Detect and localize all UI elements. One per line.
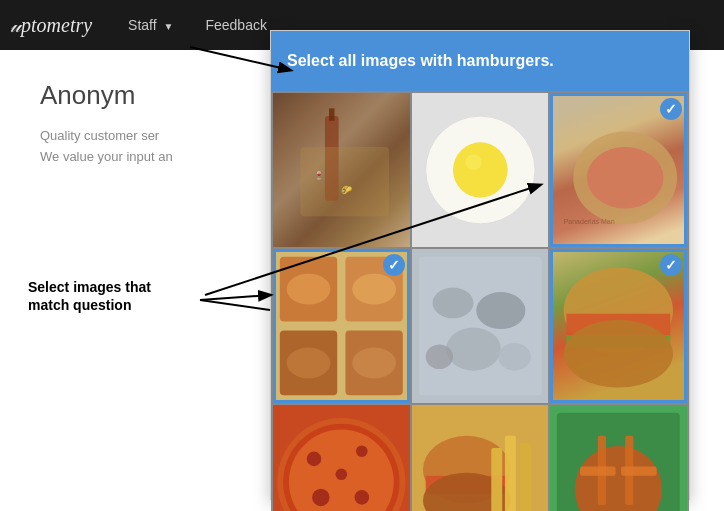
svg-point-28 — [564, 320, 673, 388]
svg-point-20 — [432, 288, 473, 319]
svg-point-22 — [446, 328, 501, 371]
captcha-grid: 🍷 🌮 Panaderias Man ✓ ✓ — [271, 91, 689, 511]
svg-point-32 — [307, 452, 322, 467]
checkmark-burgers-grid: ✓ — [383, 254, 405, 276]
svg-rect-2 — [300, 147, 389, 216]
svg-rect-1 — [329, 108, 334, 120]
svg-text:🌮: 🌮 — [341, 184, 353, 196]
captcha-cell-burger-veggie[interactable]: ✓ — [550, 249, 687, 403]
svg-point-24 — [498, 343, 531, 371]
svg-rect-47 — [580, 467, 616, 476]
checkmark-salmon-bagel: ✓ — [660, 98, 682, 120]
captcha-cell-fried-egg[interactable] — [412, 93, 549, 247]
svg-point-16 — [352, 274, 396, 305]
svg-point-35 — [355, 490, 370, 505]
svg-rect-41 — [520, 444, 531, 512]
svg-rect-48 — [621, 467, 657, 476]
captcha-cell-seafood[interactable] — [412, 249, 549, 403]
app-logo: 𝓊ptometry — [10, 14, 92, 37]
svg-point-36 — [336, 468, 348, 480]
svg-point-17 — [287, 348, 331, 379]
captcha-cell-burgers-grid[interactable]: ✓ — [273, 249, 410, 403]
svg-point-23 — [425, 344, 452, 369]
svg-text:Panaderias Man: Panaderias Man — [564, 218, 615, 225]
captcha-cell-crab-bowl[interactable] — [550, 405, 687, 511]
svg-point-18 — [352, 348, 396, 379]
svg-rect-42 — [491, 448, 502, 511]
svg-point-15 — [287, 274, 331, 305]
svg-point-9 — [587, 147, 664, 209]
svg-point-33 — [356, 445, 368, 457]
staff-dropdown-arrow: ▼ — [164, 21, 174, 32]
svg-point-7 — [465, 155, 481, 170]
svg-point-21 — [476, 292, 525, 329]
checkmark-burger-veggie: ✓ — [660, 254, 682, 276]
captcha-header: Select all images with hamburgers. — [271, 31, 689, 91]
svg-point-34 — [312, 489, 329, 506]
captcha-cell-wine-bottle-tacos[interactable]: 🍷 🌮 — [273, 93, 410, 247]
svg-rect-40 — [505, 436, 516, 511]
navbar-feedback[interactable]: Feedback — [189, 9, 282, 41]
svg-text:🍷: 🍷 — [314, 170, 324, 180]
captcha-cell-salmon-bagel[interactable]: Panaderias Man ✓ — [550, 93, 687, 247]
svg-point-6 — [453, 142, 508, 197]
navbar-staff[interactable]: Staff ▼ — [112, 9, 189, 41]
captcha-cell-pizza[interactable] — [273, 405, 410, 511]
captcha-widget: Select all images with hamburgers. 🍷 🌮 P… — [270, 30, 690, 500]
annotation-images-label: Select images thatmatch question — [28, 278, 203, 314]
svg-rect-19 — [418, 257, 541, 396]
captcha-cell-burger-fries[interactable] — [412, 405, 549, 511]
